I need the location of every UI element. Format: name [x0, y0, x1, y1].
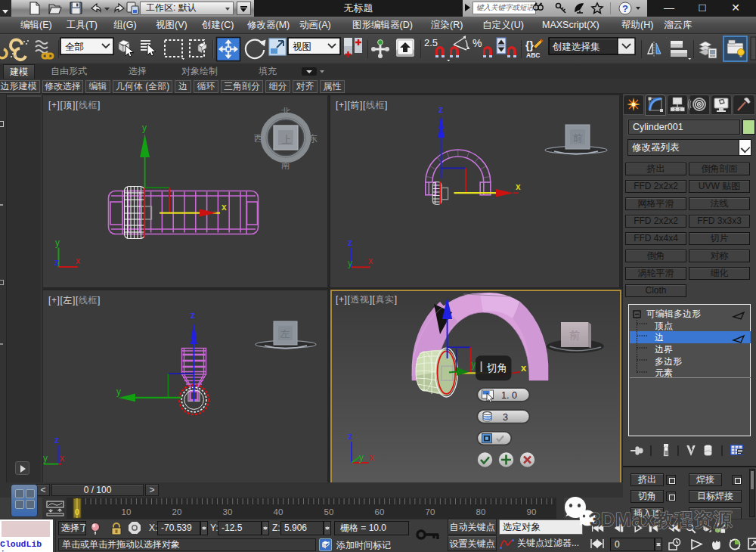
svg-text:左: 左 [280, 328, 290, 340]
svg-text:全部: 全部 [65, 42, 84, 52]
svg-text:z: z [438, 104, 443, 115]
svg-text:视图: 视图 [293, 42, 311, 52]
svg-text:x: x [222, 202, 227, 212]
svg-text:y: y [142, 122, 147, 133]
svg-text:70: 70 [426, 507, 435, 516]
svg-text:60: 60 [375, 507, 385, 516]
svg-text:y: y [472, 359, 476, 370]
svg-text:y: y [43, 453, 48, 464]
svg-text:z: z [191, 310, 195, 321]
svg-text:前: 前 [573, 132, 583, 144]
svg-text:90: 90 [527, 507, 537, 516]
svg-text:0: 0 [75, 507, 79, 516]
svg-text:%: % [472, 37, 482, 49]
svg-text:80: 80 [476, 507, 486, 516]
svg-text:3DMax教程资源: 3DMax教程资源 [590, 509, 733, 530]
svg-text:ABC: ABC [526, 51, 540, 59]
svg-text:切角: 切角 [486, 362, 507, 374]
svg-text:x: x [370, 452, 374, 463]
svg-text:10: 10 [122, 507, 132, 516]
svg-text:1. 0: 1. 0 [501, 390, 517, 401]
svg-text:30: 30 [223, 507, 233, 516]
svg-text:x: x [76, 256, 80, 266]
svg-text:z: z [348, 431, 352, 442]
svg-text:z: z [54, 257, 59, 268]
svg-text:z: z [54, 435, 59, 445]
svg-text:3: 3 [503, 412, 508, 423]
svg-text:40: 40 [274, 507, 284, 516]
svg-text:{}: {} [525, 39, 534, 51]
svg-text:y: y [55, 237, 60, 248]
svg-text:y: y [348, 258, 352, 268]
svg-text:x: x [521, 362, 527, 374]
svg-text:?: ? [622, 3, 628, 14]
svg-text:z: z [348, 237, 352, 248]
svg-text:前: 前 [569, 329, 580, 341]
svg-text:创建选择集: 创建选择集 [552, 42, 600, 52]
svg-text:x: x [368, 256, 373, 266]
svg-text:y: y [359, 452, 364, 463]
svg-text:20: 20 [172, 507, 182, 516]
svg-text:y: y [116, 386, 121, 397]
svg-text:上: 上 [282, 134, 292, 145]
svg-text:x: x [516, 181, 521, 192]
svg-text:2.5: 2.5 [424, 37, 438, 48]
svg-text:x: x [60, 453, 64, 464]
svg-text:50: 50 [324, 507, 334, 516]
